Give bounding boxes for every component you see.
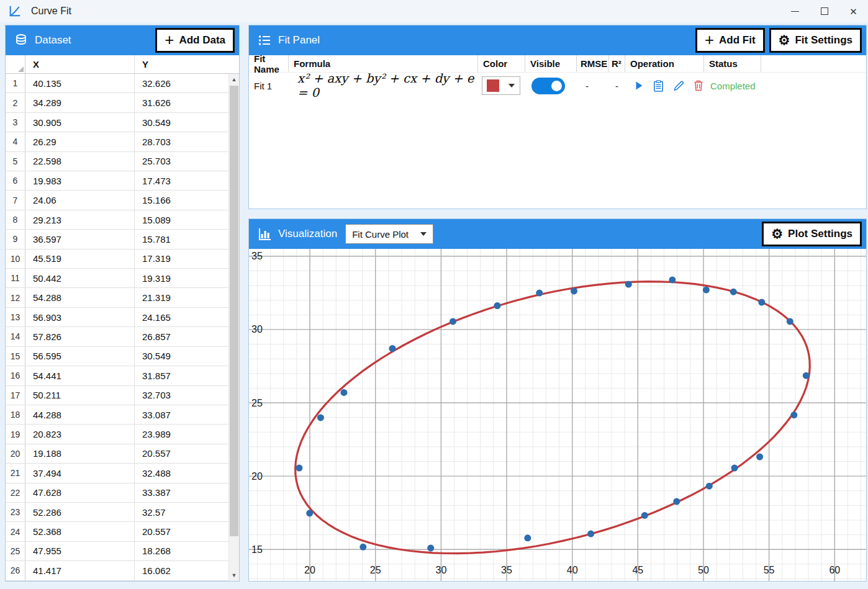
cell-x[interactable]: 50.211 <box>25 386 135 405</box>
close-button[interactable]: ✕ <box>839 0 868 22</box>
row-number[interactable]: 10 <box>6 250 25 268</box>
cell-x[interactable]: 44.288 <box>25 405 135 424</box>
row-number[interactable]: 23 <box>6 503 25 521</box>
cell-x[interactable]: 57.826 <box>25 327 135 346</box>
delete-trash-icon[interactable] <box>694 80 703 91</box>
row-number[interactable]: 2 <box>6 93 25 112</box>
cell-y[interactable]: 31.626 <box>135 93 229 112</box>
plot-type-dropdown[interactable]: Fit Curve Plot <box>345 224 433 244</box>
cell-y[interactable]: 23.989 <box>135 425 229 443</box>
scrollbar-up-icon[interactable]: ▲ <box>229 74 239 85</box>
cell-x[interactable]: 47.955 <box>25 542 135 560</box>
row-number[interactable]: 16 <box>6 366 25 385</box>
row-number[interactable]: 11 <box>6 269 25 287</box>
cell-x[interactable]: 45.519 <box>25 250 135 268</box>
run-fit-icon[interactable] <box>634 81 644 91</box>
edit-pencil-icon[interactable] <box>673 81 684 91</box>
fit-curve-plot-canvas[interactable]: 2025303540455055601520253035 <box>249 249 866 581</box>
cell-y[interactable]: 32.626 <box>135 74 229 92</box>
visible-toggle[interactable] <box>531 78 565 94</box>
cell-x[interactable]: 24.06 <box>25 191 135 209</box>
column-header-y[interactable]: Y <box>135 55 229 73</box>
cell-x[interactable]: 19.188 <box>25 444 135 463</box>
row-number[interactable]: 3 <box>6 113 25 132</box>
cell-y[interactable]: 17.319 <box>135 250 229 268</box>
cell-x[interactable]: 54.288 <box>25 288 135 307</box>
cell-y[interactable]: 20.557 <box>135 444 229 463</box>
cell-y[interactable]: 32.488 <box>135 464 229 482</box>
row-number[interactable]: 7 <box>6 191 25 209</box>
cell-x[interactable]: 56.595 <box>25 347 135 366</box>
cell-y[interactable]: 32.703 <box>135 386 229 405</box>
cell-y[interactable]: 31.857 <box>135 366 229 385</box>
clipboard-icon[interactable] <box>653 80 664 92</box>
cell-x[interactable]: 29.213 <box>25 210 135 229</box>
cell-y[interactable]: 16.062 <box>135 561 229 580</box>
fit-name[interactable]: Fit 1 <box>249 81 289 91</box>
plot-settings-button[interactable]: ⚙ Plot Settings <box>762 222 862 246</box>
cell-y[interactable]: 19.319 <box>135 269 229 287</box>
cell-x[interactable]: 22.598 <box>25 152 135 171</box>
cell-y[interactable]: 33.387 <box>135 483 229 502</box>
row-number[interactable]: 22 <box>6 483 25 502</box>
row-number[interactable]: 21 <box>6 464 25 482</box>
row-number[interactable]: 26 <box>6 561 25 580</box>
cell-y[interactable]: 28.703 <box>135 132 229 151</box>
cell-x[interactable]: 20.823 <box>25 425 135 443</box>
row-number[interactable]: 14 <box>6 327 25 346</box>
cell-y[interactable]: 25.703 <box>135 152 229 171</box>
cell-y[interactable]: 15.166 <box>135 191 229 209</box>
cell-y[interactable]: 20.557 <box>135 522 229 541</box>
color-dropdown[interactable] <box>482 76 520 95</box>
cell-x[interactable]: 30.905 <box>25 113 135 132</box>
cell-y[interactable]: 33.087 <box>135 405 229 424</box>
row-number[interactable]: 17 <box>6 386 25 405</box>
cell-y[interactable]: 30.549 <box>135 347 229 366</box>
row-number[interactable]: 13 <box>6 308 25 326</box>
row-number[interactable]: 9 <box>6 230 25 248</box>
cell-x[interactable]: 52.286 <box>25 503 135 521</box>
row-number[interactable]: 6 <box>6 171 25 190</box>
row-number[interactable]: 24 <box>6 522 25 541</box>
row-number[interactable]: 20 <box>6 444 25 463</box>
select-all-corner[interactable] <box>6 55 25 73</box>
row-number[interactable]: 8 <box>6 210 25 229</box>
maximize-button[interactable] <box>810 0 839 22</box>
cell-y[interactable]: 15.781 <box>135 230 229 248</box>
cell-x[interactable]: 56.903 <box>25 308 135 326</box>
cell-x[interactable]: 26.29 <box>25 132 135 151</box>
cell-y[interactable]: 26.857 <box>135 327 229 346</box>
cell-y[interactable]: 17.473 <box>135 171 229 190</box>
row-number[interactable]: 5 <box>6 152 25 171</box>
cell-x[interactable]: 54.441 <box>25 366 135 385</box>
cell-x[interactable]: 34.289 <box>25 93 135 112</box>
row-number[interactable]: 19 <box>6 425 25 443</box>
cell-y[interactable]: 32.57 <box>135 503 229 521</box>
row-number[interactable]: 18 <box>6 405 25 424</box>
cell-x[interactable]: 47.628 <box>25 483 135 502</box>
scrollbar-down-icon[interactable]: ▼ <box>229 570 239 581</box>
cell-x[interactable]: 36.597 <box>25 230 135 248</box>
row-number[interactable]: 1 <box>6 74 25 92</box>
cell-x[interactable]: 50.442 <box>25 269 135 287</box>
column-header-x[interactable]: X <box>25 55 135 73</box>
cell-x[interactable]: 19.983 <box>25 171 135 190</box>
add-fit-button[interactable]: + Add Fit <box>695 28 765 53</box>
cell-y[interactable]: 30.549 <box>135 113 229 132</box>
cell-x[interactable]: 52.368 <box>25 522 135 541</box>
row-number[interactable]: 25 <box>6 542 25 560</box>
row-number[interactable]: 12 <box>6 288 25 307</box>
cell-x[interactable]: 41.417 <box>25 561 135 580</box>
fit-settings-button[interactable]: ⚙ Fit Settings <box>769 28 862 53</box>
cell-y[interactable]: 21.319 <box>135 288 229 307</box>
cell-y[interactable]: 18.268 <box>135 542 229 560</box>
cell-x[interactable]: 40.135 <box>25 74 135 92</box>
cell-y[interactable]: 15.089 <box>135 210 229 229</box>
add-data-button[interactable]: + Add Data <box>155 28 235 53</box>
minimize-button[interactable] <box>780 0 810 22</box>
row-number[interactable]: 4 <box>6 132 25 151</box>
cell-x[interactable]: 37.494 <box>25 464 135 482</box>
row-number[interactable]: 15 <box>6 347 25 366</box>
cell-y[interactable]: 24.165 <box>135 308 229 326</box>
scrollbar-thumb[interactable] <box>230 86 238 536</box>
